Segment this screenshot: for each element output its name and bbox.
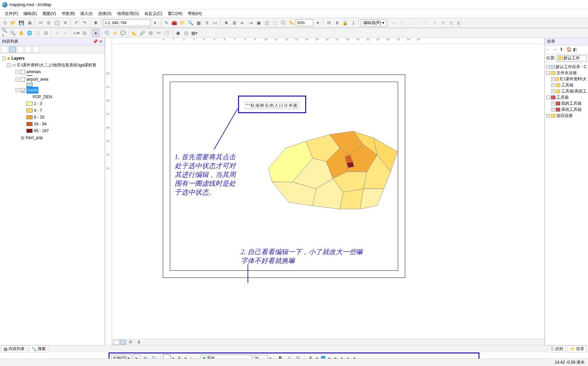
time-icon[interactable]: 🕐 — [163, 29, 171, 37]
full-extent-globe-icon[interactable]: 🌐 — [26, 29, 33, 37]
export-icon[interactable]: ⤓ — [350, 19, 357, 26]
select-elements-icon[interactable]: ⬚ — [271, 19, 279, 26]
layer-checkbox[interactable] — [21, 70, 25, 74]
cat-item[interactable]: 工具箱 — [556, 94, 569, 100]
expand-icon[interactable]: − — [16, 78, 19, 81]
catalog-tree[interactable]: −默认工作目录 - C −文件夹连接 +E:\课件资料\大 +工具箱 +工具箱\… — [545, 62, 588, 345]
editor-dropdown[interactable]: 编辑器(R) ▾ — [361, 19, 387, 26]
menu-help[interactable]: 帮助(H) — [186, 10, 204, 17]
expand-icon[interactable]: − — [16, 70, 19, 74]
cat-home-icon[interactable]: 🏠 — [566, 47, 572, 53]
layer-arterials[interactable]: arterials — [26, 68, 41, 75]
toolbox-icon[interactable]: 🧰 — [171, 19, 178, 26]
tab-catalog[interactable]: 📁目录 — [568, 345, 587, 352]
zoom-to-selected-icon[interactable]: ⊡ — [81, 29, 88, 37]
undo-icon[interactable]: ↶ — [73, 19, 80, 26]
copy-icon[interactable]: ⎘ — [45, 19, 53, 26]
create-viewer-icon[interactable]: ▣ — [174, 29, 182, 37]
delete-icon[interactable]: ✕ — [61, 19, 69, 26]
python-icon[interactable]: ▦ — [195, 19, 202, 26]
select-element-arrow-icon[interactable]: ➤ — [92, 29, 99, 37]
next-extent-icon[interactable]: ⇥ — [247, 19, 254, 26]
print-icon[interactable]: 🖶 — [26, 19, 33, 26]
cat-item[interactable]: 系统工具箱 — [561, 106, 582, 113]
find-route-icon[interactable]: ⛗ — [147, 29, 154, 37]
pause-view-icon[interactable]: ⏸ — [135, 339, 142, 345]
overview-icon[interactable]: ▦▾ — [191, 29, 198, 37]
refresh-view-icon[interactable]: ⟳ — [127, 339, 134, 345]
fixed-zoom-out-icon[interactable]: ⊡ — [42, 29, 50, 37]
select-features-icon[interactable]: ▣ — [255, 19, 262, 26]
pause-drawing-icon[interactable]: ⏸ — [333, 19, 341, 26]
tab-search[interactable]: 🔍搜索 — [29, 345, 48, 352]
layer-airport-area[interactable]: airport_area — [26, 76, 48, 83]
cat-back-icon[interactable]: ← — [546, 47, 552, 53]
menu-geoprocessing[interactable]: 地理处理(G) — [115, 10, 141, 17]
menu-insert[interactable]: 插入(I) — [78, 10, 94, 17]
layer-checkbox[interactable] — [21, 88, 25, 93]
zoom-dropdown-icon[interactable]: ▾ — [314, 19, 321, 26]
menu-customize[interactable]: 自定义(C) — [142, 10, 164, 17]
layer-tracts[interactable]: tracts — [26, 87, 38, 94]
expand-icon[interactable]: − — [7, 63, 11, 67]
lock-icon[interactable]: 🔒 — [341, 19, 349, 26]
select-by-rect-icon[interactable]: ▭▾ — [73, 29, 80, 37]
html-popup-icon[interactable]: 💬 — [119, 29, 127, 37]
cut-icon[interactable]: ✂ — [37, 19, 44, 26]
layer-tract-pop[interactable]: tract_pop — [26, 134, 43, 141]
scale-dropdown-icon[interactable]: ▾ — [151, 19, 159, 26]
paste-icon[interactable]: 📋 — [53, 19, 61, 26]
layout-canvas[interactable]: **机场附近的人口分布图 — [112, 44, 545, 345]
data-view-tab-icon[interactable] — [113, 340, 119, 345]
toc-datasource[interactable]: E:\课件资料\大二上\地理信息系统\tga课程资 — [17, 62, 96, 68]
layer-checkbox[interactable] — [21, 77, 25, 82]
add-data-icon[interactable]: ✚ — [92, 19, 99, 26]
search-icon[interactable]: 🔍 — [187, 19, 194, 26]
new-icon[interactable]: 🗋 — [1, 19, 9, 26]
tab-identify[interactable]: ⓘ识别 — [548, 345, 566, 352]
cat-item[interactable]: E:\课件资料\大 — [560, 76, 587, 82]
toc-close-icon[interactable]: ✕ — [99, 39, 103, 44]
go-back-icon[interactable]: ← — [53, 29, 61, 37]
toc-list-by-selection-icon[interactable] — [25, 46, 32, 53]
hyperlink-icon[interactable]: ⚡ — [111, 29, 119, 37]
zoom-in-icon[interactable]: 🔍+ — [1, 29, 9, 37]
cat-item[interactable]: 文件夹连接 — [556, 70, 577, 76]
cat-fwd-icon[interactable]: → — [553, 47, 559, 53]
open-icon[interactable]: 📂 — [9, 19, 17, 26]
catalog-loc-box[interactable]: 默认工作 — [557, 55, 587, 61]
expand-icon[interactable]: − — [16, 88, 19, 92]
menu-view[interactable]: 视图(V) — [40, 10, 58, 17]
refresh-icon[interactable]: ⟳ — [325, 19, 333, 26]
measure-icon[interactable]: 📏 — [288, 19, 295, 26]
toc-list-by-drawing-icon[interactable] — [1, 46, 8, 53]
toc-list-by-visibility-icon[interactable] — [17, 46, 24, 53]
toc-root[interactable]: Layers — [12, 55, 25, 62]
zoom-percent-input[interactable] — [296, 19, 313, 26]
menu-bookmarks[interactable]: 书签(B) — [59, 10, 77, 17]
map-title-element[interactable]: **机场附近的人口分布图 — [238, 96, 306, 113]
toc-pin-icon[interactable]: 📌 — [93, 39, 98, 44]
identify-tool-icon[interactable]: ⓘ — [103, 29, 111, 37]
pan-hand-icon[interactable]: ✋ — [18, 29, 25, 37]
go-to-xy-icon[interactable]: XY — [155, 29, 162, 37]
cat-item[interactable]: 工具箱\系统工 — [561, 88, 587, 94]
cat-item[interactable]: 默认工作目录 - C — [556, 64, 587, 70]
cat-toggle-icon[interactable]: ◧ — [573, 47, 579, 53]
toc-options-icon[interactable] — [33, 46, 39, 53]
cat-up-icon[interactable]: ⬆ — [560, 47, 566, 53]
redo-icon[interactable]: ↷ — [81, 19, 88, 26]
cat-item[interactable]: 工具箱 — [561, 82, 573, 88]
go-forward-icon[interactable]: → — [61, 29, 69, 37]
expand-icon[interactable]: − — [2, 57, 6, 60]
identify-icon[interactable]: ⓘ — [279, 19, 287, 26]
find-icon[interactable]: 🔎 — [139, 29, 146, 37]
toc-tree[interactable]: −◆Layers −🗃E:\课件资料\大二上\地理信息系统\tga课程资 −ar… — [0, 54, 105, 345]
model-builder-icon[interactable]: ▭ — [211, 19, 219, 26]
tab-toc[interactable]: ▤内容列表 — [1, 345, 27, 352]
catalog-icon[interactable]: 📁 — [179, 19, 186, 26]
menu-file[interactable]: 文件(F) — [3, 10, 20, 17]
full-extent-icon[interactable]: ⊞ — [231, 19, 238, 26]
toc-list-by-source-icon[interactable] — [9, 46, 16, 53]
layout-view-tab-icon[interactable] — [120, 340, 126, 345]
